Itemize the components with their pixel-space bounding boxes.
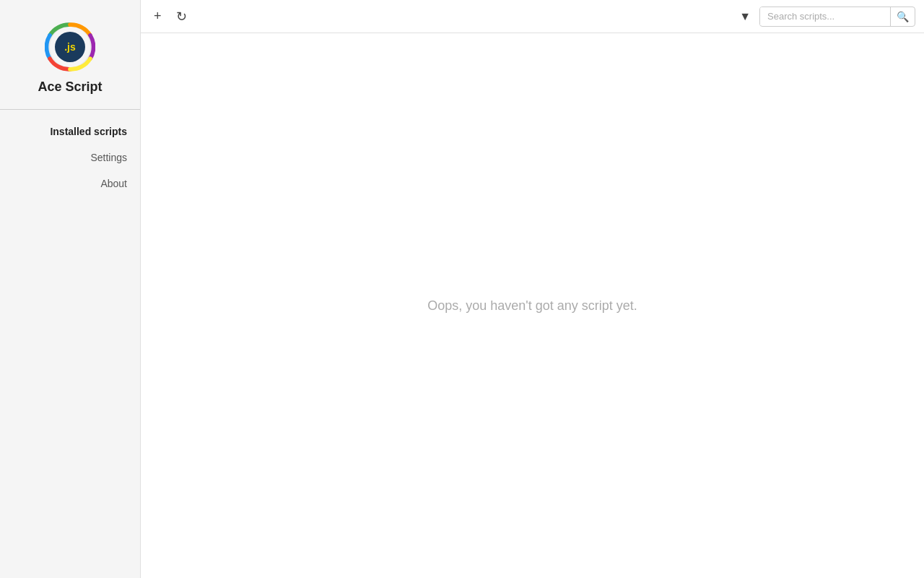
app-logo: .js [45,22,95,72]
filter-icon: ▼ [739,10,751,23]
toolbar-left: + ↻ [149,6,729,27]
sidebar-divider [0,109,140,110]
search-wrapper: 🔍 [759,7,915,27]
search-input[interactable] [760,7,890,25]
toolbar-right: ▼ 🔍 [735,7,915,27]
toolbar: + ↻ ▼ 🔍 [141,0,924,33]
sidebar-item-settings[interactable]: Settings [0,144,140,171]
logo-area: .js Ace Script [0,0,140,105]
filter-button[interactable]: ▼ [735,7,755,26]
sidebar-item-installed-scripts[interactable]: Installed scripts [0,118,140,144]
empty-state-message: Oops, you haven't got any script yet. [427,298,637,314]
main-content: Oops, you haven't got any script yet. [141,33,924,578]
sidebar-nav: Installed scripts Settings About [0,116,140,199]
main-panel: + ↻ ▼ 🔍 Oops, you haven't got any script… [141,0,924,578]
refresh-button[interactable]: ↻ [172,6,191,27]
sidebar: .js Ace Script Installed scripts Setting… [0,0,141,578]
add-script-button[interactable]: + [149,6,166,27]
search-icon: 🔍 [897,11,909,22]
app-title: Ace Script [38,79,102,95]
sidebar-item-about[interactable]: About [0,171,140,197]
svg-text:.js: .js [64,41,76,53]
search-button[interactable]: 🔍 [890,7,915,26]
add-icon: + [154,9,162,24]
refresh-icon: ↻ [176,9,187,25]
